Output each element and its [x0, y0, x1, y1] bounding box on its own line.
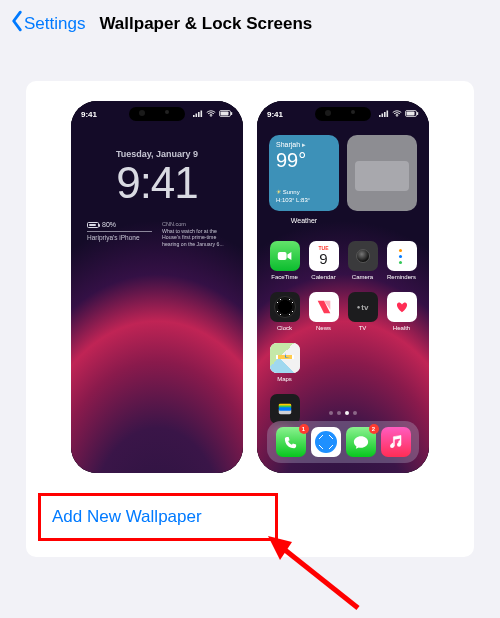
svg-rect-2	[198, 112, 200, 117]
svg-rect-5	[221, 111, 229, 115]
clock-icon	[270, 292, 300, 322]
app-grid: FaceTime TUE9Calendar Camera Reminders C…	[269, 241, 417, 433]
svg-rect-8	[382, 113, 384, 117]
battery-widget: 80% Haripriya's iPhone	[87, 221, 152, 247]
health-icon	[387, 292, 417, 322]
news-icon	[309, 292, 339, 322]
lock-time: 9:41	[71, 161, 243, 205]
maps-icon	[270, 343, 300, 373]
home-widgets: Sharjah ▸ 99° ☀ SunnyH:103° L:83° Weathe…	[269, 135, 417, 211]
wifi-icon	[206, 110, 216, 119]
badge: 1	[299, 424, 309, 434]
status-time: 9:41	[267, 110, 283, 119]
news-widget: CNN.com What to watch for at the House's…	[162, 221, 227, 247]
app-calendar: TUE9Calendar	[308, 241, 339, 280]
page-indicator	[257, 411, 429, 415]
badge: 2	[369, 424, 379, 434]
app-news: News	[308, 292, 339, 331]
dynamic-island-icon	[315, 107, 371, 121]
add-wallpaper-row: Add New Wallpaper	[42, 493, 458, 541]
safari-icon	[311, 427, 341, 457]
svg-rect-3	[201, 110, 203, 117]
dynamic-island-icon	[129, 107, 185, 121]
svg-rect-26	[399, 435, 400, 445]
svg-rect-13	[417, 112, 418, 115]
tv-icon: ●tv	[348, 292, 378, 322]
app-health: Health	[386, 292, 417, 331]
lock-date: Tuesday, January 9	[71, 149, 243, 159]
svg-marker-21	[326, 437, 330, 442]
status-time: 9:41	[81, 110, 97, 119]
svg-rect-6	[231, 112, 232, 115]
widget-caption: Weather	[269, 217, 339, 224]
camera-icon	[348, 241, 378, 271]
photo-placeholder-icon	[355, 161, 409, 191]
app-tv: ●tvTV	[347, 292, 378, 331]
svg-marker-22	[322, 442, 326, 447]
wallet-icon	[270, 394, 300, 424]
back-label: Settings	[24, 14, 85, 34]
back-button[interactable]: Settings	[10, 10, 85, 37]
messages-icon: 2	[346, 427, 376, 457]
weather-widget: Sharjah ▸ 99° ☀ SunnyH:103° L:83° Weathe…	[269, 135, 339, 211]
photos-widget: Photos	[347, 135, 417, 211]
nav-bar: Settings Wallpaper & Lock Screens	[0, 0, 500, 45]
wifi-icon	[392, 110, 402, 119]
app-facetime: FaceTime	[269, 241, 300, 280]
lock-widgets: 80% Haripriya's iPhone CNN.com What to w…	[87, 221, 227, 247]
music-icon	[381, 427, 411, 457]
lock-screen-preview[interactable]: 9:41 Tuesday, January 9 9:41	[71, 101, 243, 473]
svg-rect-12	[407, 111, 415, 115]
home-screen-preview[interactable]: 9:41 Sharjah ▸ 99° ☀ SunnyH:103° L:83° W…	[257, 101, 429, 473]
svg-point-20	[316, 433, 334, 451]
calendar-icon: TUE9	[309, 241, 339, 271]
svg-point-19	[316, 433, 334, 451]
wallpaper-previews: 9:41 Tuesday, January 9 9:41	[46, 101, 454, 473]
svg-rect-7	[379, 115, 381, 117]
battery-icon	[219, 110, 233, 119]
svg-rect-14	[277, 252, 286, 260]
facetime-icon	[270, 241, 300, 271]
dock: 1 2	[267, 421, 419, 463]
app-maps: Maps	[269, 343, 300, 382]
svg-rect-0	[193, 115, 195, 117]
chevron-left-icon	[10, 10, 24, 37]
app-camera: Camera	[347, 241, 378, 280]
reminders-icon	[387, 241, 417, 271]
svg-rect-25	[393, 437, 394, 447]
wallpaper-card: 9:41 Tuesday, January 9 9:41	[26, 81, 474, 557]
add-wallpaper-button[interactable]: Add New Wallpaper	[52, 507, 448, 527]
svg-rect-1	[196, 113, 198, 117]
battery-icon	[87, 222, 99, 228]
svg-rect-10	[387, 110, 389, 117]
signal-icon	[193, 110, 203, 119]
app-reminders: Reminders	[386, 241, 417, 280]
signal-icon	[379, 110, 389, 119]
battery-icon	[405, 110, 419, 119]
page-title: Wallpaper & Lock Screens	[99, 14, 312, 34]
phone-icon: 1	[276, 427, 306, 457]
svg-rect-9	[384, 112, 386, 117]
app-clock: Clock	[269, 292, 300, 331]
